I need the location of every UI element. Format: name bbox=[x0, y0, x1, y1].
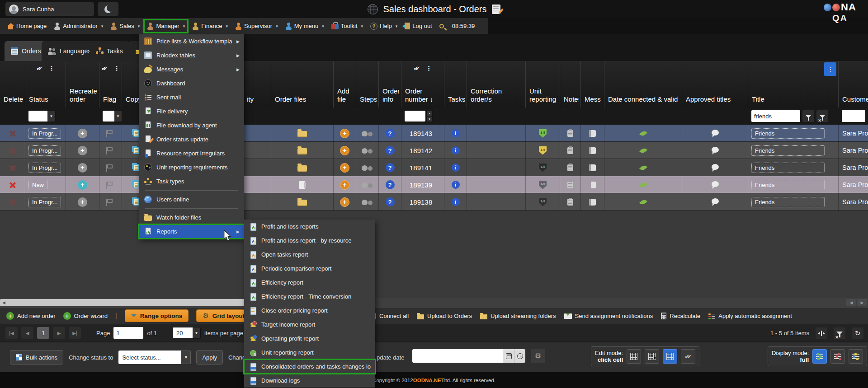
display-mode-mixed-button[interactable] bbox=[849, 349, 863, 364]
status-chip[interactable]: In Progr... bbox=[28, 163, 61, 173]
menu-item-administrator[interactable]: Administrator▾ bbox=[54, 23, 103, 30]
manager-menu-item-unit-reporting-requirements[interactable]: Unit reporting requirements bbox=[139, 160, 244, 174]
column-header-info[interactable]: Order info bbox=[379, 61, 401, 108]
title-filter-button[interactable] bbox=[802, 110, 814, 122]
order-row-189142[interactable]: In Progr...++?189142i1-9FriendsSara Pro bbox=[0, 142, 868, 159]
unit-reporting-shield-icon[interactable]: 1-9 bbox=[539, 129, 547, 138]
column-header-steps[interactable]: Steps bbox=[356, 61, 379, 108]
column-header-recreate[interactable]: Recreate order bbox=[66, 61, 99, 108]
notes-icon[interactable] bbox=[567, 164, 573, 171]
manager-menu-item-sent-mail[interactable]: Sent mail bbox=[139, 90, 244, 104]
date-valid-leaf-icon[interactable] bbox=[639, 164, 647, 172]
approved-titles-bubble-icon[interactable] bbox=[712, 164, 719, 170]
prev-page-button[interactable]: ◀ bbox=[21, 327, 33, 339]
theme-toggle-button[interactable] bbox=[98, 2, 118, 16]
approved-titles-bubble-icon[interactable] bbox=[712, 147, 719, 153]
title-chip[interactable]: Friends bbox=[751, 197, 825, 207]
connect-all-button[interactable]: Connect all bbox=[370, 313, 409, 319]
steps-icon[interactable] bbox=[362, 147, 373, 154]
report-menu-item-target-income-report[interactable]: Target income report bbox=[244, 318, 375, 332]
column-header-ity[interactable]: ity bbox=[243, 61, 271, 108]
manager-menu-item-dashboard[interactable]: Dashboard bbox=[139, 76, 244, 90]
order-info-icon[interactable]: ? bbox=[386, 197, 395, 206]
edit-mode-confirm-button[interactable]: ✔✔ bbox=[681, 349, 695, 364]
notes-icon[interactable] bbox=[567, 130, 573, 137]
report-menu-item-close-order-pricing-report[interactable]: Close order pricing report bbox=[244, 304, 375, 318]
unit-reporting-shield-icon[interactable]: 1-9 bbox=[539, 146, 547, 155]
menu-item-my-menu[interactable]: My menu▾ bbox=[285, 23, 324, 30]
display-mode-full-button[interactable] bbox=[812, 349, 827, 364]
order-info-icon[interactable]: ? bbox=[386, 180, 395, 189]
recreate-order-icon[interactable]: + bbox=[78, 146, 87, 155]
status-filter-dropdown[interactable]: ▼ bbox=[28, 110, 56, 122]
date-input[interactable] bbox=[412, 349, 503, 363]
add-file-icon[interactable]: + bbox=[340, 197, 349, 207]
menu-item-help[interactable]: Help▾ bbox=[370, 23, 397, 30]
tasks-info-icon[interactable]: i bbox=[452, 164, 460, 172]
menu-item-supervisor[interactable]: Supervisor▾ bbox=[235, 23, 278, 30]
number-spinner[interactable]: ▲▼ bbox=[426, 110, 433, 122]
clear-filters-button[interactable] bbox=[834, 327, 845, 339]
date-valid-leaf-icon[interactable] bbox=[639, 147, 647, 154]
date-valid-leaf-icon[interactable] bbox=[639, 198, 647, 206]
column-header-mess[interactable]: Mess bbox=[581, 61, 604, 108]
upload-streaming-folders-button[interactable]: Upload streaming folders bbox=[480, 313, 556, 319]
recalculate-button[interactable]: Recalculate bbox=[661, 313, 700, 319]
double-check-icon[interactable]: ✔✔ bbox=[36, 65, 43, 72]
order-info-icon[interactable]: ? bbox=[386, 163, 395, 172]
tasks-info-icon[interactable]: i bbox=[452, 181, 460, 189]
manager-menu-item-resource-report-irregulars[interactable]: Resource report irregulars bbox=[139, 146, 244, 160]
report-menu-item-unit-reporting-report[interactable]: Unit reporting report bbox=[244, 346, 375, 360]
approved-titles-bubble-icon[interactable] bbox=[712, 181, 719, 187]
column-menu-icon[interactable]: ⋮ bbox=[425, 65, 432, 72]
title-column-menu-button[interactable]: ⋮ bbox=[824, 62, 836, 76]
column-header-date[interactable]: Date connected & valid bbox=[604, 61, 682, 108]
first-page-button[interactable]: |◀ bbox=[5, 327, 18, 339]
horizontal-scrollbar[interactable]: ◀ ◀ ▶ bbox=[0, 298, 868, 307]
last-page-button[interactable]: ▶| bbox=[69, 327, 81, 339]
column-header-title[interactable]: Title⋮ bbox=[748, 61, 839, 108]
bulk-actions-button[interactable]: Bulk actions bbox=[10, 350, 63, 365]
edit-mode-grid-button[interactable] bbox=[627, 349, 641, 364]
menu-item-sales[interactable]: Sales▾ bbox=[110, 23, 140, 30]
status-chip[interactable]: New bbox=[28, 180, 47, 190]
report-menu-item-periodic-comparison-report[interactable]: Periodic comparison report bbox=[244, 262, 375, 276]
time-picker-button[interactable] bbox=[514, 349, 525, 363]
title-filter-input[interactable] bbox=[751, 110, 800, 122]
tasks-info-icon[interactable]: i bbox=[452, 129, 460, 137]
menu-item-toolkit[interactable]: Toolkit▾ bbox=[331, 23, 363, 29]
manager-menu-item-users-online[interactable]: Users online bbox=[139, 192, 244, 206]
messages-icon[interactable] bbox=[589, 130, 596, 137]
flag-filter-dropdown[interactable]: ▼ bbox=[102, 110, 122, 122]
edit-mode-cell-button[interactable] bbox=[645, 349, 659, 364]
display-mode-compact-button[interactable] bbox=[830, 349, 845, 364]
approved-titles-bubble-icon[interactable] bbox=[712, 198, 719, 204]
unit-reporting-shield-icon[interactable]: 1-9 bbox=[539, 198, 547, 206]
menu-item-finance[interactable]: Finance▾ bbox=[192, 23, 228, 30]
order-files-icon[interactable] bbox=[299, 181, 305, 189]
status-chip[interactable]: In Progr... bbox=[28, 145, 61, 156]
unit-reporting-shield-icon[interactable]: 1-9 bbox=[539, 181, 547, 189]
date-valid-leaf-icon[interactable] bbox=[639, 130, 647, 137]
grid-layout-button[interactable]: ⚙ Grid layout bbox=[196, 309, 251, 322]
order-info-icon[interactable]: ? bbox=[386, 129, 395, 138]
column-header-customer[interactable]: Customer bbox=[839, 61, 868, 108]
column-header-approved[interactable]: Approved titles bbox=[682, 61, 748, 108]
delete-order-icon[interactable] bbox=[9, 198, 16, 206]
manager-menu-item-rolodex-tables[interactable]: Rolodex tables▶ bbox=[139, 48, 244, 62]
refresh-button[interactable]: ↻ bbox=[852, 327, 863, 339]
column-header-tasks[interactable]: Tasks bbox=[444, 61, 467, 108]
order-files-icon[interactable] bbox=[297, 165, 307, 172]
add-file-icon[interactable]: + bbox=[340, 180, 349, 190]
flag-icon[interactable] bbox=[107, 164, 113, 168]
status-chip[interactable]: In Progr... bbox=[28, 197, 61, 207]
steps-icon[interactable] bbox=[362, 182, 373, 188]
add-new-order-button[interactable]: + Add new order bbox=[6, 312, 56, 320]
current-page-button[interactable]: 1 bbox=[37, 327, 49, 339]
recreate-order-icon[interactable]: + bbox=[78, 180, 87, 190]
column-header-files[interactable]: Order files bbox=[271, 61, 334, 108]
messages-icon[interactable] bbox=[589, 164, 596, 171]
manager-menu-item-file-delivery[interactable]: File delivery bbox=[139, 104, 244, 118]
upload-to-orders-button[interactable]: Upload to Orders bbox=[417, 313, 472, 319]
tab-languages[interactable]: Languages bbox=[42, 41, 97, 61]
